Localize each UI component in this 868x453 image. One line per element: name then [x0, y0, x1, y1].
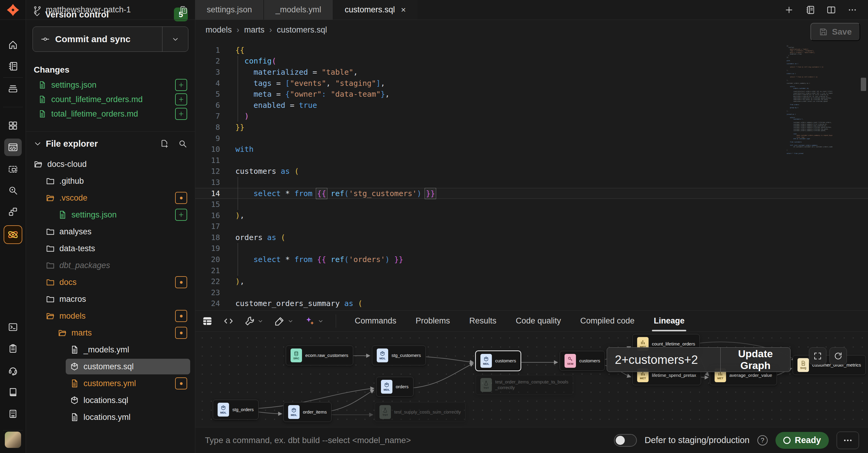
code-line[interactable]: 17	[195, 221, 868, 232]
panel-tab-problems[interactable]: Problems	[415, 311, 450, 331]
tree-item-.vscode[interactable]: .vscode	[26, 190, 195, 206]
sidebar-item-avatar[interactable]	[0, 430, 26, 449]
lineage-node-customers_sem[interactable]: SEMcustomers	[560, 351, 605, 371]
breadcrumb-item[interactable]: models	[206, 25, 232, 35]
sidebar-item-code-editor[interactable]	[0, 138, 26, 157]
sidebar-item-headset[interactable]	[0, 360, 26, 380]
lineage-node-test_order_items[interactable]: TSTtest_order_items_compute_to_bools_cor…	[475, 375, 573, 395]
code-line[interactable]: 20 select * from {{ ref('orders') }}	[195, 254, 868, 265]
sidebar-item-notebook[interactable]	[0, 57, 26, 76]
new-file-icon[interactable]	[160, 139, 169, 148]
breadcrumb-item[interactable]: customers.sql	[277, 25, 327, 35]
tree-item-docs[interactable]: docs	[26, 274, 195, 291]
code-line[interactable]: 18orders as (	[195, 232, 868, 243]
panel-tab-compiled-code[interactable]: Compiled code	[580, 311, 634, 331]
lineage-node-customers_mdl[interactable]: MDLcustomers	[475, 351, 521, 371]
sidebar-item-window-dashed[interactable]	[0, 160, 26, 179]
code-line[interactable]: 12customers as (	[195, 166, 868, 177]
code-line[interactable]: 10with	[195, 144, 868, 155]
defer-toggle[interactable]	[614, 434, 637, 447]
code-compile-icon[interactable]	[223, 316, 234, 326]
panel-tab-results[interactable]: Results	[469, 311, 496, 331]
code-line[interactable]: 24customer_orders_summary as (	[195, 298, 868, 309]
tree-item-locations.yml[interactable]: locations.yml	[26, 409, 195, 426]
editor-scrollbar[interactable]	[861, 78, 866, 91]
stage-add-badge[interactable]	[175, 79, 187, 91]
question-icon[interactable]: ?	[757, 435, 768, 446]
code-line[interactable]: 2 config(	[195, 56, 868, 67]
close-icon[interactable]: ×	[401, 5, 406, 15]
sidebar-item-search-eye[interactable]	[0, 181, 26, 200]
notebook-icon[interactable]	[805, 5, 815, 15]
lineage-selector-input[interactable]	[607, 348, 720, 372]
code-line[interactable]: 13	[195, 177, 868, 188]
fullscreen-button[interactable]	[809, 347, 827, 365]
save-button[interactable]: Save	[810, 23, 860, 41]
tree-item-_models.yml[interactable]: _models.yml	[26, 341, 195, 358]
breadcrumb-item[interactable]: marts	[244, 25, 265, 35]
sidebar-item-share-nodes[interactable]	[0, 202, 26, 221]
command-input[interactable]	[204, 435, 606, 446]
code-line[interactable]: 11	[195, 155, 868, 166]
tree-item-.github[interactable]: .github	[26, 172, 195, 190]
sidebar-item-building[interactable]	[0, 404, 26, 423]
sidebar-item-terminal[interactable]	[0, 318, 26, 337]
code-line[interactable]: 9	[195, 133, 868, 144]
lineage-node-test_supply[interactable]: TSTtest_supply_costs_sum_correctly	[375, 402, 466, 422]
lineage-node-stg_customers[interactable]: MDLstg_customers	[372, 346, 426, 365]
commit-options-caret[interactable]	[162, 27, 188, 52]
sidebar-item-home[interactable]	[0, 35, 26, 55]
tab-settings.json[interactable]: settings.json	[195, 0, 264, 20]
lineage-node-order_items[interactable]: MDLorder_items	[283, 402, 332, 422]
lineage-node-stg_orders[interactable]: MDLstg_orders	[213, 400, 258, 420]
tree-item-settings.json[interactable]: settings.json	[26, 206, 195, 223]
more-horizontal-icon[interactable]	[847, 5, 857, 15]
table-preview-icon[interactable]	[202, 316, 213, 326]
code-line[interactable]: 21	[195, 265, 868, 276]
branch-name[interactable]: matthewshaver-patch-1	[46, 5, 175, 14]
sidebar-item-book[interactable]	[0, 383, 26, 402]
stage-add-badge[interactable]	[175, 93, 187, 105]
code-line[interactable]: 5 meta = {"owner": "data-team"},	[195, 89, 868, 100]
update-graph-button[interactable]: Update Graph	[720, 348, 790, 372]
refresh-button[interactable]	[830, 347, 847, 365]
sidebar-item-atom[interactable]	[0, 225, 26, 244]
code-line[interactable]: 19	[195, 243, 868, 254]
minimap[interactable]: {{ config( materialized = "table", tags …	[786, 45, 832, 154]
tree-item-analyses[interactable]: analyses	[26, 223, 195, 240]
code-line[interactable]: 3 materialized = "table",	[195, 67, 868, 78]
build-wrench-icon[interactable]	[244, 316, 264, 326]
changed-file-row[interactable]: count_lifetime_orders.md	[26, 92, 195, 107]
file-explorer-header[interactable]: File explorer	[26, 132, 195, 156]
code-line[interactable]: 23	[195, 287, 868, 298]
code-line[interactable]: 4 tags = ["events", "staging"],	[195, 78, 868, 89]
lineage-node-raw_customers[interactable]: SRCecom.raw_customers	[286, 346, 353, 365]
changed-file-row[interactable]: settings.json	[26, 78, 195, 92]
code-line[interactable]: 8}}	[195, 122, 868, 133]
panel-tab-code-quality[interactable]: Code quality	[516, 311, 561, 331]
commit-and-sync-button[interactable]: Commit and sync	[33, 27, 188, 52]
tree-item-customers.sql[interactable]: customers.sql	[26, 358, 195, 375]
panel-tab-commands[interactable]: Commands	[355, 311, 396, 331]
stage-add-badge[interactable]	[175, 108, 187, 120]
split-view-icon[interactable]	[827, 5, 836, 15]
lineage-node-orders[interactable]: MDLorders	[376, 377, 413, 397]
code-line[interactable]: 7 )	[195, 111, 868, 122]
lineage-canvas[interactable]: SRCecom.raw_customersMDLstg_customersMDL…	[195, 332, 868, 427]
tree-item-models[interactable]: models	[26, 308, 195, 324]
tab-customers.sql[interactable]: customers.sql×	[333, 0, 418, 20]
tree-item-dbt_packages[interactable]: dbt_packages	[26, 257, 195, 274]
code-line[interactable]: 6 enabled = true	[195, 100, 868, 111]
copy-branch-icon[interactable]	[179, 5, 188, 14]
panel-tab-lineage[interactable]: Lineage	[654, 311, 684, 331]
tree-item-macros[interactable]: macros	[26, 291, 195, 308]
sidebar-item-clipboard[interactable]	[0, 339, 26, 358]
tree-item-data-tests[interactable]: data-tests	[26, 240, 195, 257]
tab-_models.yml[interactable]: _models.yml	[264, 0, 333, 20]
code-line[interactable]: 1{{	[195, 44, 868, 56]
tree-item-customers.yml[interactable]: customers.yml	[26, 375, 195, 392]
sidebar-item-grid[interactable]	[0, 116, 26, 135]
sidebar-item-layers[interactable]	[0, 79, 26, 98]
code-line[interactable]: 14 select * from {{ ref('stg_customers')…	[195, 188, 868, 199]
format-pen-icon[interactable]	[274, 316, 294, 326]
